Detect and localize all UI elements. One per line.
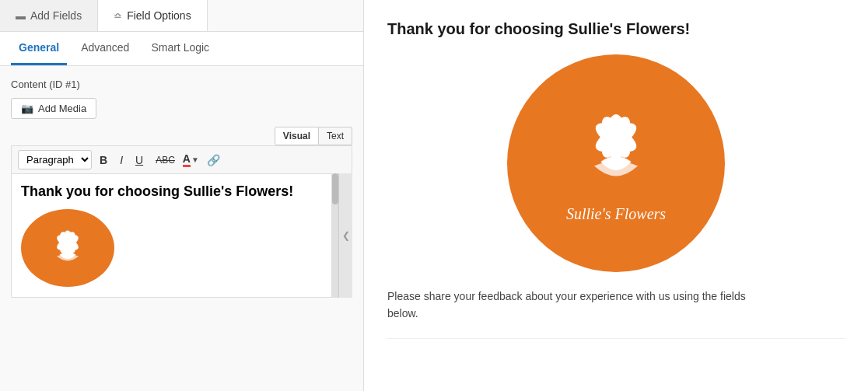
editor-scrollbar[interactable] <box>332 173 338 298</box>
collapse-icon: ❮ <box>342 230 350 241</box>
flower-icon-large <box>562 104 670 197</box>
add-media-button[interactable]: 📷 Add Media <box>11 98 96 119</box>
preview-divider <box>387 338 845 339</box>
editor-mode-toggle: Visual Text <box>11 127 352 145</box>
color-a-icon: A <box>183 152 191 167</box>
italic-button[interactable]: I <box>115 152 128 169</box>
top-tab-bar: ▬ Add Fields ≏ Field Options <box>0 0 363 32</box>
editor-scrollbar-thumb <box>332 173 338 204</box>
sub-tab-general[interactable]: General <box>11 32 67 65</box>
flower-icon-small <box>40 225 95 271</box>
add-media-label: Add Media <box>38 103 86 114</box>
collapse-handle[interactable]: ❮ <box>338 173 352 298</box>
content-field-label: Content (ID #1) <box>11 79 352 90</box>
editor-heading: Thank you for choosing Sullie's Flowers! <box>21 182 322 201</box>
editor-body-wrapper: Thank you for choosing Sullie's Flowers! <box>11 173 352 298</box>
left-panel: ▬ Add Fields ≏ Field Options General Adv… <box>0 0 364 391</box>
svg-point-5 <box>62 237 73 248</box>
preview-title: Thank you for choosing Sullie's Flowers! <box>387 19 845 39</box>
right-preview-panel: Thank you for choosing Sullie's Flowers!… <box>364 0 868 391</box>
preview-description: Please share your feedback about your ex… <box>387 288 776 323</box>
add-fields-label: Add Fields <box>30 9 82 22</box>
field-options-icon: ≏ <box>114 10 122 22</box>
paragraph-select[interactable]: Paragraph <box>18 150 92 169</box>
field-options-label: Field Options <box>127 9 191 22</box>
strikethrough-button[interactable]: ABC <box>151 152 180 168</box>
preview-logo-circle: Sullie's Flowers <box>507 54 725 272</box>
add-fields-icon: ▬ <box>16 10 26 22</box>
brand-name: Sullie's Flowers <box>566 205 666 223</box>
editor-logo-image <box>21 209 114 287</box>
sub-tab-advanced[interactable]: Advanced <box>73 32 137 65</box>
link-button[interactable]: 🔗 <box>202 152 225 169</box>
bold-button[interactable]: B <box>95 152 112 169</box>
text-color-button[interactable]: A ▼ <box>183 152 199 167</box>
tab-field-options[interactable]: ≏ Field Options <box>98 0 207 31</box>
color-arrow-icon: ▼ <box>191 155 199 164</box>
sub-tab-smart-logic[interactable]: Smart Logic <box>143 32 217 65</box>
strikethrough-label: ABC <box>156 155 175 166</box>
add-media-icon: 📷 <box>21 103 33 114</box>
editor-toolbar: Paragraph B I U ABC A ▼ 🔗 <box>11 145 352 173</box>
underline-button[interactable]: U <box>131 152 148 169</box>
editor-body-content: Thank you for choosing Sullie's Flowers! <box>21 182 322 287</box>
visual-mode-button[interactable]: Visual <box>275 127 319 145</box>
editor-content-area[interactable]: Thank you for choosing Sullie's Flowers! <box>11 173 332 298</box>
svg-point-11 <box>606 127 625 146</box>
sub-tab-bar: General Advanced Smart Logic <box>0 32 363 66</box>
content-area: Content (ID #1) 📷 Add Media Visual Text … <box>0 66 363 391</box>
text-mode-button[interactable]: Text <box>319 127 352 145</box>
editor-body[interactable]: Thank you for choosing Sullie's Flowers! <box>11 173 332 298</box>
tab-add-fields[interactable]: ▬ Add Fields <box>0 0 98 31</box>
